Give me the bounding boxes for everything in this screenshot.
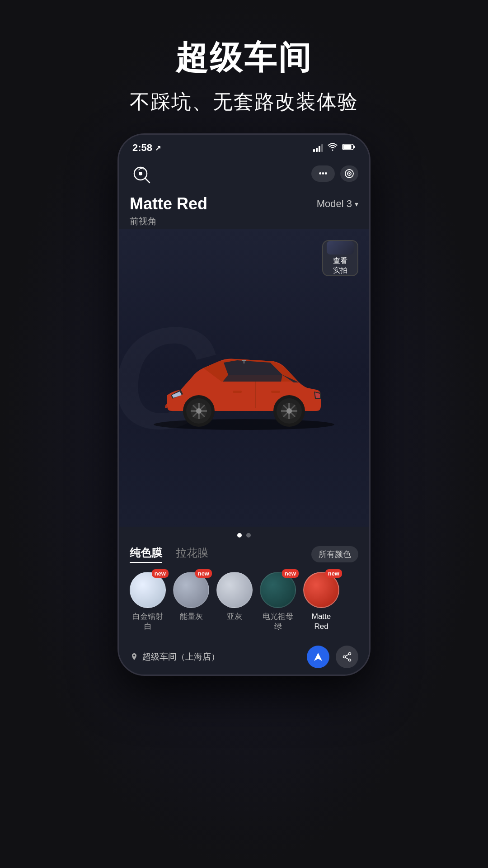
svg-line-34: [345, 658, 349, 660]
chevron-down-icon: ▾: [355, 200, 358, 208]
color-label-white: 白金镭射白: [132, 612, 163, 632]
pagination-dot-1: [237, 533, 242, 538]
app-logo[interactable]: [130, 162, 153, 185]
svg-rect-1: [353, 146, 355, 148]
status-bar: 2:58 ↗: [119, 135, 369, 157]
share-button[interactable]: [336, 646, 358, 668]
svg-point-4: [139, 172, 142, 175]
bottom-bar: 超级车间（上海店）: [119, 639, 369, 675]
signal-bar-2: [316, 148, 318, 152]
tab-pattern-film[interactable]: 拉花膜: [176, 546, 208, 563]
color-item-red[interactable]: new MatteRed: [303, 572, 339, 632]
svg-rect-29: [244, 360, 244, 363]
real-photo-label: 查看实拍: [333, 256, 347, 275]
signal-icon: [313, 144, 323, 152]
signal-bar-1: [313, 149, 315, 152]
shop-name: 超级车间（上海店）: [142, 651, 220, 663]
swatch-wrapper-white: new: [130, 572, 166, 608]
new-badge-white: new: [152, 569, 169, 578]
swatch-wrapper-gray: new: [173, 572, 209, 608]
tab-solid-film[interactable]: 纯色膜: [130, 546, 162, 563]
color-item-green[interactable]: new 电光祖母绿: [260, 572, 296, 632]
color-label-silver: 亚灰: [227, 612, 242, 622]
color-label-green: 电光祖母绿: [263, 612, 293, 632]
location-pin-icon: [130, 652, 139, 661]
car-name: Matte Red: [130, 194, 207, 213]
target-button[interactable]: [340, 165, 358, 182]
color-item-white[interactable]: new 白金镭射白: [130, 572, 166, 632]
color-label-red: MatteRed: [312, 612, 331, 632]
color-item-silver[interactable]: 亚灰: [216, 572, 253, 632]
swatch-silver: [216, 572, 253, 608]
svg-point-7: [349, 173, 350, 175]
car-display: C 查看实拍: [119, 229, 369, 527]
signal-bar-3: [319, 146, 320, 152]
header-section: 超级车间 不踩坑、无套路改装体验: [130, 0, 358, 115]
svg-point-25: [286, 408, 292, 414]
color-item-gray[interactable]: new 能量灰: [173, 572, 209, 632]
svg-point-30: [349, 653, 351, 655]
svg-line-33: [345, 655, 349, 656]
app-bar-right: •••: [311, 165, 358, 182]
swatch-wrapper-red: new: [303, 572, 339, 608]
wifi-icon: [328, 143, 338, 153]
car-name-section: Matte Red 前视角: [130, 194, 207, 227]
new-badge-red: new: [325, 569, 342, 578]
color-swatches: new 白金镭射白 new 能量灰 亚灰 new 电光祖母绿: [119, 567, 369, 639]
car-info: Matte Red 前视角 Model 3 ▾: [119, 190, 369, 229]
navigate-button[interactable]: [307, 646, 329, 668]
more-button[interactable]: •••: [311, 165, 335, 182]
new-badge-gray: new: [195, 569, 212, 578]
car-angle: 前视角: [130, 215, 207, 227]
film-tabs: 纯色膜 拉花膜 所有颜色: [119, 541, 369, 567]
shop-info: 超级车间（上海店）: [130, 651, 220, 663]
pagination: [119, 527, 369, 541]
bottom-nav-buttons: [307, 646, 358, 668]
svg-point-32: [343, 656, 346, 658]
phone-frame: 2:58 ↗: [117, 133, 371, 676]
swatch-wrapper-green: new: [260, 572, 296, 608]
real-photo-button[interactable]: 查看实拍: [322, 240, 358, 276]
all-colors-button[interactable]: 所有颜色: [311, 546, 358, 562]
svg-point-31: [349, 659, 351, 661]
svg-rect-26: [233, 391, 242, 393]
svg-point-17: [196, 408, 202, 414]
pagination-dot-2: [246, 533, 251, 538]
share-icon: [342, 652, 352, 662]
status-time: 2:58 ↗: [132, 142, 161, 154]
svg-rect-27: [271, 391, 280, 393]
color-label-gray: 能量灰: [180, 612, 203, 622]
status-icons: [313, 143, 356, 153]
page-title: 超级车间: [130, 36, 358, 80]
battery-icon: [342, 143, 356, 152]
car-image: [140, 332, 348, 433]
film-tab-group: 纯色膜 拉花膜: [130, 546, 208, 563]
page-subtitle: 不踩坑、无套路改装体验: [130, 89, 358, 115]
signal-bar-4: [321, 144, 323, 152]
navigate-icon: [313, 652, 323, 662]
app-bar: •••: [119, 157, 369, 190]
location-arrow-icon: ↗: [155, 144, 161, 152]
swatch-wrapper-silver: [216, 572, 253, 608]
new-badge-green: new: [282, 569, 299, 578]
svg-point-8: [154, 419, 334, 430]
time-display: 2:58: [132, 142, 152, 154]
svg-rect-2: [343, 145, 352, 149]
model-label: Model 3: [317, 198, 352, 210]
model-selector[interactable]: Model 3 ▾: [317, 198, 358, 210]
